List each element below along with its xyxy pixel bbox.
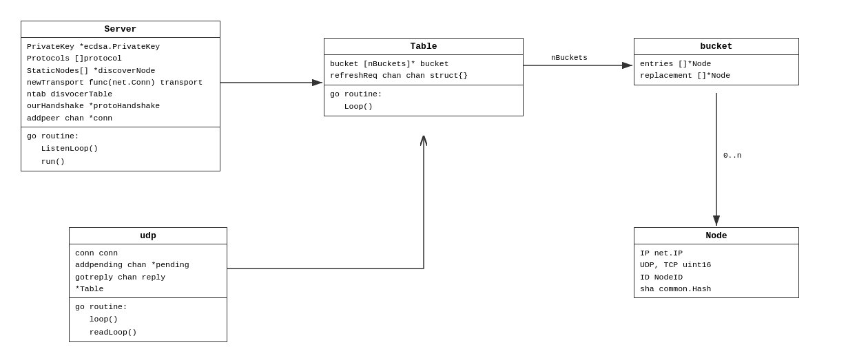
server-field-1: PrivateKey *ecdsa.PrivateKey xyxy=(27,41,214,52)
server-routine-label: go routine: xyxy=(27,130,214,143)
udp-routines: go routine: loop() readLoop() xyxy=(70,297,227,341)
udp-field-1: conn conn xyxy=(75,247,221,259)
udp-fields: conn conn addpending chan *pending gotre… xyxy=(70,244,227,297)
server-field-7: addpeer chan *conn xyxy=(27,112,214,124)
node-box: Node IP net.IP UDP, TCP uint16 ID NodeID… xyxy=(634,227,799,298)
server-title: Server xyxy=(21,21,220,38)
udp-routine-label: go routine: xyxy=(75,301,221,313)
udp-title: udp xyxy=(70,228,227,244)
udp-field-3: gotreply chan reply xyxy=(75,271,221,283)
server-field-6: ourHandshake *protoHandshake xyxy=(27,100,214,112)
bucket-fields: entries []*Node replacement []*Node xyxy=(634,55,798,85)
udp-box: udp conn conn addpending chan *pending g… xyxy=(69,227,227,342)
server-field-5: ntab disvocerTable xyxy=(27,88,214,100)
node-fields: IP net.IP UDP, TCP uint16 ID NodeID sha … xyxy=(634,244,798,297)
node-field-3: ID NodeID xyxy=(640,271,793,283)
node-field-4: sha common.Hash xyxy=(640,283,793,295)
server-box: Server PrivateKey *ecdsa.PrivateKey Prot… xyxy=(21,21,220,171)
table-box: Table bucket [nBuckets]* bucket refreshR… xyxy=(324,38,524,116)
server-fields: PrivateKey *ecdsa.PrivateKey Protocols [… xyxy=(21,38,220,127)
bucket-box: bucket entries []*Node replacement []*No… xyxy=(634,38,799,85)
table-field-1: bucket [nBuckets]* bucket xyxy=(330,58,517,70)
table-fields: bucket [nBuckets]* bucket refreshReq cha… xyxy=(324,55,523,85)
bucket-field-1: entries []*Node xyxy=(640,58,793,70)
udp-routine-1: loop() xyxy=(75,313,221,326)
bucket-title: bucket xyxy=(634,39,798,55)
udp-field-2: addpending chan *pending xyxy=(75,259,221,271)
server-field-3: StaticNodes[] *discoverNode xyxy=(27,65,214,76)
zero-n-label: 0..n xyxy=(723,151,741,160)
nbuckets-label: nBuckets xyxy=(551,54,588,62)
server-routine-2: run() xyxy=(27,156,214,168)
server-field-2: Protocols []protocol xyxy=(27,52,214,64)
table-field-2: refreshReq chan chan struct{} xyxy=(330,70,517,81)
table-title: Table xyxy=(324,39,523,55)
server-field-4: newTransport func(net.Conn) transport xyxy=(27,76,214,88)
table-routine-1: Loop() xyxy=(330,101,517,113)
node-title: Node xyxy=(634,228,798,244)
udp-field-4: *Table xyxy=(75,283,221,295)
table-routine-label: go routine: xyxy=(330,88,517,101)
bucket-field-2: replacement []*Node xyxy=(640,70,793,81)
table-routines: go routine: Loop() xyxy=(324,85,523,116)
server-routines: go routine: ListenLoop() run() xyxy=(21,127,220,171)
diagram-container: Server PrivateKey *ecdsa.PrivateKey Prot… xyxy=(0,0,868,358)
server-routine-1: ListenLoop() xyxy=(27,143,214,155)
node-field-2: UDP, TCP uint16 xyxy=(640,259,793,271)
udp-routine-2: readLoop() xyxy=(75,326,221,339)
node-field-1: IP net.IP xyxy=(640,247,793,259)
